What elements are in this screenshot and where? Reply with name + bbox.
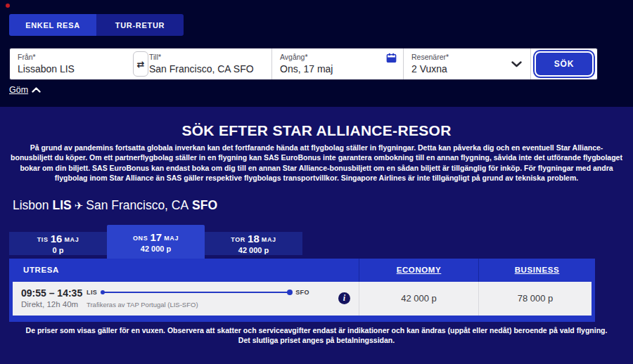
date-tab-price: 42 000 p xyxy=(107,245,205,253)
route-dest-city: San Francisco, CA xyxy=(86,198,188,212)
flight-time-block: 09:55 – 14:35 Direkt, 12h 40m xyxy=(21,287,82,308)
results-table: UTRESA ECONOMY BUSINESS 09:55 – 14:35 Di… xyxy=(9,259,595,322)
from-value: Lissabon LIS xyxy=(18,63,134,74)
date-tab-date: ONS 17 MAJ xyxy=(107,231,205,243)
date-tab-date: TOR 18 MAJ xyxy=(205,233,302,245)
red-dot-indicator xyxy=(6,4,10,8)
departure-value: Ons, 17 maj xyxy=(280,63,396,74)
date-tab-ons-17-maj[interactable]: ONS 17 MAJ 42 000 p xyxy=(107,225,205,259)
chevron-down-icon[interactable] xyxy=(511,61,522,67)
date-tab-tis-16-maj[interactable]: TIS 16 MAJ 0 p xyxy=(9,232,107,255)
hide-link[interactable]: Göm xyxy=(9,85,41,95)
to-value: San Francisco, CA SFO xyxy=(149,63,264,74)
results-table-header: UTRESA ECONOMY BUSINESS xyxy=(9,259,595,282)
flight-times: 09:55 – 14:35 xyxy=(21,287,82,299)
trip-type-tabs: ENKEL RESA TUR-RETUR xyxy=(9,14,184,36)
date-tab-price: 0 p xyxy=(9,246,107,254)
route-origin-code: LIS xyxy=(52,198,71,212)
price-disclaimer-text: De priser som visas gäller för en vuxen.… xyxy=(19,325,614,345)
date-tab-price: 42 000 p xyxy=(205,246,302,254)
route-origin-city: Lisbon xyxy=(13,198,49,212)
flight-details: Direkt, 12h 40m xyxy=(21,300,82,308)
destination-code: SFO xyxy=(295,289,309,296)
column-header-economy: ECONOMY xyxy=(359,259,478,282)
flight-row: 09:55 – 14:35 Direkt, 12h 40m LIS SFO Tr… xyxy=(13,282,592,316)
search-form: Från* Lissabon LIS ⇄ Till* San Francisco… xyxy=(9,48,598,80)
operated-by-text: Trafikeras av TAP Portugal (LIS-SFO) xyxy=(87,301,198,308)
route-dest-code: SFO xyxy=(192,198,217,212)
tab-enkel-resa[interactable]: ENKEL RESA xyxy=(9,14,96,36)
page-title: SÖK EFTER STAR ALLIANCE-RESOR xyxy=(0,122,633,139)
star-alliance-search-page: ENKEL RESA TUR-RETUR Från* Lissabon LIS … xyxy=(0,0,633,364)
from-label: Från* xyxy=(18,53,134,61)
chevron-up-icon xyxy=(32,87,41,93)
flight-route-visual: LIS SFO xyxy=(87,289,309,296)
hide-link-label: Göm xyxy=(9,85,28,95)
swap-direction-button[interactable]: ⇄ xyxy=(133,51,148,77)
travelers-value: 2 Vuxna xyxy=(411,63,523,74)
search-button[interactable]: SÖK xyxy=(535,51,594,77)
travelers-label: Resenärer* xyxy=(411,53,523,61)
date-tabs: TIS 16 MAJ 0 p ONS 17 MAJ 42 000 p TOR 1… xyxy=(9,225,302,259)
pandemic-notice-text: På grund av pandemins fortsatta globala … xyxy=(9,143,624,183)
column-header-business: BUSINESS xyxy=(478,259,595,282)
economy-header-link[interactable]: ECONOMY xyxy=(397,266,442,274)
flight-info-cell: 09:55 – 14:35 Direkt, 12h 40m LIS SFO Tr… xyxy=(13,282,359,316)
swap-horizontal-icon: ⇄ xyxy=(137,59,145,70)
from-field[interactable]: Från* Lissabon LIS xyxy=(10,48,141,79)
tab-tur-retur[interactable]: TUR-RETUR xyxy=(96,14,184,36)
column-header-utresa: UTRESA xyxy=(9,259,359,282)
date-tab-date: TIS 16 MAJ xyxy=(9,233,107,245)
results-section: SÖK EFTER STAR ALLIANCE-RESOR På grund a… xyxy=(0,107,633,364)
travelers-field[interactable]: Resenärer* 2 Vuxna xyxy=(403,48,530,79)
departure-date-field[interactable]: Avgång* Ons, 17 maj xyxy=(271,48,403,79)
date-tab-tor-18-maj[interactable]: TOR 18 MAJ 42 000 p xyxy=(205,232,302,255)
info-icon[interactable]: i xyxy=(338,292,350,304)
calendar-icon[interactable] xyxy=(386,53,397,63)
business-price-cell[interactable]: 78 000 p xyxy=(478,282,592,316)
business-header-link[interactable]: BUSINESS xyxy=(515,266,560,274)
search-button-cell: SÖK xyxy=(530,48,597,79)
to-field[interactable]: Till* San Francisco, CA SFO xyxy=(141,48,271,79)
economy-price-cell[interactable]: 42 000 p xyxy=(359,282,478,316)
search-panel-section: ENKEL RESA TUR-RETUR Från* Lissabon LIS … xyxy=(0,0,633,107)
origin-code: LIS xyxy=(87,289,97,296)
results-table-body: 09:55 – 14:35 Direkt, 12h 40m LIS SFO Tr… xyxy=(9,282,595,322)
flight-leg-line xyxy=(102,292,290,293)
route-heading: Lisbon LIS✈San Francisco, CA SFO xyxy=(13,198,217,213)
to-label: Till* xyxy=(149,53,264,61)
airplane-icon: ✈ xyxy=(75,200,84,212)
departure-label: Avgång* xyxy=(280,53,396,61)
